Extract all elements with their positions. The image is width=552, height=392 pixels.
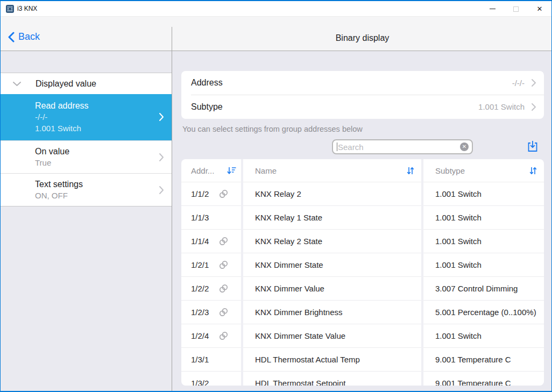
text-caret (337, 142, 337, 151)
address-setting-row[interactable]: Address -/-/- (181, 71, 544, 95)
app-window: i3 KNX ✕ Back Binary display Displayed v… (0, 0, 552, 392)
page-title: Binary display (172, 33, 552, 43)
cell-name: KNX Relay 2 (243, 182, 421, 206)
cell-address: 1/2/3 (181, 301, 241, 324)
chevron-right-icon (159, 112, 164, 122)
sidebar-item-value: True (35, 157, 159, 168)
table-row[interactable]: 1/2/1KNX Dimmer State1.001 Switch (181, 253, 544, 277)
chevron-left-icon (8, 32, 15, 42)
cell-address: 1/2/1 (181, 253, 241, 277)
subtype-value: 1.001 Switch (478, 102, 525, 111)
address-text: 1/2/3 (191, 308, 209, 317)
search-placeholder: Search (338, 142, 460, 152)
table-row[interactable]: 1/1/2KNX Relay 21.001 Switch (181, 182, 544, 206)
column-header-label: Name (255, 166, 406, 175)
cell-name: HDL Thermostat Setpoint (243, 372, 421, 386)
cell-address: 1/2/4 (181, 324, 241, 348)
chevron-down-icon (12, 81, 22, 87)
cell-name: KNX Dimmer State (243, 253, 421, 277)
app-icon (6, 5, 14, 13)
table-row[interactable]: 1/2/2KNX Dimmer Value3.007 Control Dimmi… (181, 277, 544, 301)
link-icon (218, 189, 229, 199)
cell-subtype: 1.001 Switch (423, 324, 544, 348)
clear-search-button[interactable]: ✕ (460, 142, 469, 151)
table-row[interactable]: 1/3/2HDL Thermostat Setpoint9.001 Temper… (181, 372, 544, 386)
sidebar-item-label: On value (35, 146, 159, 157)
cell-name: KNX Relay 2 State (243, 230, 421, 253)
sidebar-items: Read address-/-/-1.001 SwitchOn valueTru… (1, 94, 172, 206)
cell-name: KNX Dimmer Brightness (243, 301, 421, 324)
back-label: Back (18, 31, 40, 42)
download-icon (527, 140, 539, 153)
cell-subtype: 1.001 Switch (423, 230, 544, 253)
address-text: 1/3/2 (191, 379, 209, 386)
column-header-label: Subtype (435, 166, 529, 175)
address-text: 1/2/1 (191, 260, 209, 269)
chevron-right-icon (159, 186, 164, 195)
address-text: 1/1/4 (191, 237, 209, 246)
address-text: 1/1/3 (191, 213, 209, 222)
column-header-address[interactable]: Addr... (181, 159, 241, 182)
group-address-table: Addr... Name (181, 159, 544, 386)
cell-subtype: 9.001 Temperature C (423, 372, 544, 386)
cell-name: KNX Dimmer State Value (243, 324, 421, 348)
sidebar-item-value: -/-/- (35, 111, 159, 123)
cell-subtype: 5.001 Percentage (0..100%) (423, 301, 544, 324)
table-body: 1/1/2KNX Relay 21.001 Switch1/1/3KNX Rel… (181, 182, 544, 386)
hint-text: You can select settings from group addre… (182, 125, 363, 133)
sort-updown-icon (406, 166, 415, 175)
cell-address: 1/3/1 (181, 348, 241, 372)
title-bar: i3 KNX ✕ (1, 1, 551, 17)
minimize-button[interactable] (480, 1, 504, 17)
cell-subtype: 9.001 Temperature C (423, 348, 544, 372)
table-row[interactable]: 1/3/1HDL Thermostat Actual Temp9.001 Tem… (181, 348, 544, 372)
cell-address: 1/1/2 (181, 182, 241, 206)
table-row[interactable]: 1/2/4KNX Dimmer State Value1.001 Switch (181, 324, 544, 348)
cell-subtype: 1.001 Switch (423, 206, 544, 230)
cell-subtype: 1.001 Switch (423, 182, 544, 206)
cell-subtype: 1.001 Switch (423, 253, 544, 277)
sidebar-section-label: Displayed value (36, 79, 96, 89)
sidebar-item-label: Text settings (35, 179, 159, 190)
address-label: Address (191, 78, 512, 88)
table-row[interactable]: 1/2/3KNX Dimmer Brightness5.001 Percenta… (181, 301, 544, 324)
cell-name: KNX Relay 1 State (243, 206, 421, 230)
content-panel: Address -/-/- Subtype 1.001 Switch You c… (172, 51, 552, 392)
maximize-icon (513, 6, 519, 12)
search-input[interactable]: Search ✕ (332, 139, 473, 154)
address-text: 1/2/4 (191, 331, 209, 340)
sidebar-item[interactable]: On valueTrue (1, 140, 172, 173)
sidebar-item-value: ON, OFF (35, 190, 159, 201)
back-button[interactable]: Back (8, 31, 40, 42)
sidebar-item[interactable]: Text settingsON, OFF (1, 173, 172, 206)
download-button[interactable] (526, 139, 540, 154)
table-row[interactable]: 1/1/3KNX Relay 1 State1.001 Switch (181, 206, 544, 230)
window-title: i3 KNX (17, 5, 37, 12)
cell-address: 1/2/2 (181, 277, 241, 301)
link-icon (218, 236, 229, 246)
link-icon (218, 283, 229, 294)
column-header-subtype[interactable]: Subtype (423, 159, 544, 182)
table-row[interactable]: 1/1/4KNX Relay 2 State1.001 Switch (181, 230, 544, 253)
sidebar-section-header[interactable]: Displayed value (1, 73, 172, 94)
cell-name: HDL Thermostat Actual Temp (243, 348, 421, 372)
maximize-button[interactable] (504, 1, 528, 17)
cell-address: 1/1/3 (181, 206, 241, 230)
address-text: 1/3/1 (191, 355, 209, 364)
address-text: 1/1/2 (191, 189, 209, 198)
subtype-setting-row[interactable]: Subtype 1.001 Switch (191, 95, 544, 118)
sidebar-item-label: Read address (35, 100, 159, 111)
close-button[interactable]: ✕ (528, 1, 551, 17)
cell-address: 1/3/2 (181, 372, 241, 386)
column-header-name[interactable]: Name (243, 159, 421, 182)
chevron-right-icon (159, 153, 164, 162)
address-text: 1/2/2 (191, 284, 209, 293)
address-value: -/-/- (512, 79, 525, 88)
cell-name: KNX Dimmer Value (243, 277, 421, 301)
sidebar: Displayed value Read address-/-/-1.001 S… (1, 51, 172, 392)
link-icon (218, 331, 229, 341)
sidebar-item[interactable]: Read address-/-/-1.001 Switch (1, 94, 172, 140)
settings-card: Address -/-/- Subtype 1.001 Switch (181, 71, 544, 119)
sort-updown-icon (529, 166, 537, 175)
chevron-right-icon (531, 103, 536, 111)
